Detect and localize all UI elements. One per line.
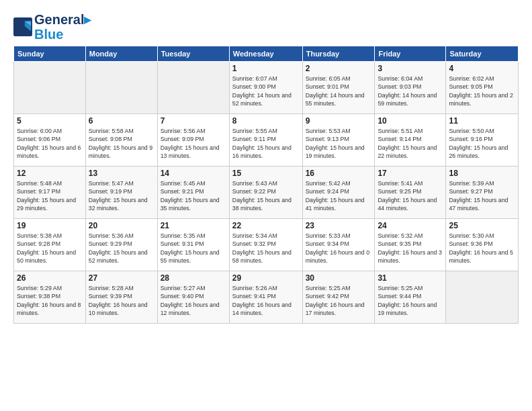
calendar-cell: 26Sunrise: 5:29 AM Sunset: 9:38 PM Dayli… [14, 271, 86, 324]
day-number: 6 [89, 116, 154, 126]
calendar-cell: 12Sunrise: 5:48 AM Sunset: 9:17 PM Dayli… [14, 167, 86, 219]
calendar-week-2: 5Sunrise: 6:00 AM Sunset: 9:06 PM Daylig… [14, 114, 519, 167]
calendar-cell: 15Sunrise: 5:43 AM Sunset: 9:22 PM Dayli… [229, 167, 302, 219]
calendar-cell: 28Sunrise: 5:27 AM Sunset: 9:40 PM Dayli… [157, 271, 229, 324]
day-number: 20 [89, 221, 154, 230]
day-number: 29 [232, 273, 300, 283]
day-number: 26 [17, 273, 83, 283]
day-detail: Sunrise: 5:29 AM Sunset: 9:38 PM Dayligh… [17, 284, 83, 317]
calendar-table: SundayMondayTuesdayWednesdayThursdayFrid… [13, 46, 519, 324]
calendar-cell: 10Sunrise: 5:51 AM Sunset: 9:14 PM Dayli… [375, 114, 446, 167]
calendar-cell: 24Sunrise: 5:32 AM Sunset: 9:35 PM Dayli… [375, 219, 446, 271]
calendar-week-1: 1Sunrise: 6:07 AM Sunset: 9:00 PM Daylig… [14, 62, 519, 114]
day-detail: Sunrise: 5:51 AM Sunset: 9:14 PM Dayligh… [378, 127, 443, 160]
calendar-cell: 19Sunrise: 5:38 AM Sunset: 9:28 PM Dayli… [14, 219, 86, 271]
day-detail: Sunrise: 5:38 AM Sunset: 9:28 PM Dayligh… [17, 232, 83, 265]
day-detail: Sunrise: 6:00 AM Sunset: 9:06 PM Dayligh… [17, 127, 83, 160]
day-detail: Sunrise: 6:07 AM Sunset: 9:00 PM Dayligh… [232, 75, 300, 107]
day-detail: Sunrise: 6:02 AM Sunset: 9:05 PM Dayligh… [449, 75, 515, 107]
calendar-cell: 6Sunrise: 5:58 AM Sunset: 9:08 PM Daylig… [85, 114, 157, 167]
calendar-cell: 9Sunrise: 5:53 AM Sunset: 9:13 PM Daylig… [302, 114, 375, 167]
calendar-cell: 18Sunrise: 5:39 AM Sunset: 9:27 PM Dayli… [446, 167, 519, 219]
calendar-cell: 1Sunrise: 6:07 AM Sunset: 9:00 PM Daylig… [229, 62, 302, 114]
day-detail: Sunrise: 5:56 AM Sunset: 9:09 PM Dayligh… [161, 127, 226, 160]
day-number: 8 [232, 116, 300, 126]
day-number: 10 [378, 116, 443, 126]
day-detail: Sunrise: 6:04 AM Sunset: 9:03 PM Dayligh… [378, 75, 443, 107]
calendar-week-3: 12Sunrise: 5:48 AM Sunset: 9:17 PM Dayli… [14, 167, 519, 219]
weekday-header-monday: Monday [85, 46, 157, 62]
logo: General▸ Blue [13, 12, 91, 42]
calendar-header-row: SundayMondayTuesdayWednesdayThursdayFrid… [14, 46, 519, 62]
day-number: 11 [449, 116, 515, 126]
calendar-cell: 21Sunrise: 5:35 AM Sunset: 9:31 PM Dayli… [157, 219, 229, 271]
day-number: 1 [232, 64, 300, 73]
day-number: 4 [449, 64, 515, 73]
weekday-header-thursday: Thursday [302, 46, 375, 62]
calendar-cell: 29Sunrise: 5:26 AM Sunset: 9:41 PM Dayli… [229, 271, 302, 324]
weekday-header-sunday: Sunday [14, 46, 86, 62]
calendar-week-4: 19Sunrise: 5:38 AM Sunset: 9:28 PM Dayli… [14, 219, 519, 271]
day-number: 22 [232, 221, 300, 230]
day-number: 2 [306, 64, 372, 73]
day-number: 27 [89, 273, 154, 283]
day-number: 30 [306, 273, 372, 283]
logo-text: General▸ Blue [34, 12, 91, 42]
weekday-header-tuesday: Tuesday [157, 46, 229, 62]
calendar-cell: 11Sunrise: 5:50 AM Sunset: 9:16 PM Dayli… [446, 114, 519, 167]
day-detail: Sunrise: 5:32 AM Sunset: 9:35 PM Dayligh… [378, 232, 443, 265]
logo-icon [13, 17, 32, 36]
day-number: 16 [306, 169, 372, 178]
day-detail: Sunrise: 5:45 AM Sunset: 9:21 PM Dayligh… [161, 179, 226, 212]
day-number: 5 [17, 116, 83, 126]
weekday-header-wednesday: Wednesday [229, 46, 302, 62]
day-detail: Sunrise: 6:05 AM Sunset: 9:01 PM Dayligh… [306, 75, 372, 107]
day-number: 3 [378, 64, 443, 73]
calendar-cell: 17Sunrise: 5:41 AM Sunset: 9:25 PM Dayli… [375, 167, 446, 219]
calendar-cell: 20Sunrise: 5:36 AM Sunset: 9:29 PM Dayli… [85, 219, 157, 271]
day-number: 13 [89, 169, 154, 178]
calendar-cell [85, 62, 157, 114]
calendar-cell: 4Sunrise: 6:02 AM Sunset: 9:05 PM Daylig… [446, 62, 519, 114]
day-number: 14 [161, 169, 226, 178]
calendar-cell: 2Sunrise: 6:05 AM Sunset: 9:01 PM Daylig… [302, 62, 375, 114]
day-detail: Sunrise: 5:58 AM Sunset: 9:08 PM Dayligh… [89, 127, 154, 160]
day-detail: Sunrise: 5:25 AM Sunset: 9:42 PM Dayligh… [306, 284, 372, 317]
calendar-week-5: 26Sunrise: 5:29 AM Sunset: 9:38 PM Dayli… [14, 271, 519, 324]
day-number: 23 [306, 221, 372, 230]
header: General▸ Blue [13, 12, 519, 42]
calendar-cell [157, 62, 229, 114]
calendar-cell: 13Sunrise: 5:47 AM Sunset: 9:19 PM Dayli… [85, 167, 157, 219]
day-detail: Sunrise: 5:34 AM Sunset: 9:32 PM Dayligh… [232, 232, 300, 265]
day-number: 28 [161, 273, 226, 283]
calendar-cell: 7Sunrise: 5:56 AM Sunset: 9:09 PM Daylig… [157, 114, 229, 167]
calendar-cell: 25Sunrise: 5:30 AM Sunset: 9:36 PM Dayli… [446, 219, 519, 271]
day-number: 15 [232, 169, 300, 178]
calendar-cell: 14Sunrise: 5:45 AM Sunset: 9:21 PM Dayli… [157, 167, 229, 219]
weekday-header-friday: Friday [375, 46, 446, 62]
day-number: 17 [378, 169, 443, 178]
day-detail: Sunrise: 5:55 AM Sunset: 9:11 PM Dayligh… [232, 127, 300, 160]
day-number: 7 [161, 116, 226, 126]
day-detail: Sunrise: 5:25 AM Sunset: 9:44 PM Dayligh… [378, 284, 443, 317]
day-number: 25 [449, 221, 515, 230]
day-number: 21 [161, 221, 226, 230]
calendar-cell: 27Sunrise: 5:28 AM Sunset: 9:39 PM Dayli… [85, 271, 157, 324]
day-detail: Sunrise: 5:42 AM Sunset: 9:24 PM Dayligh… [306, 179, 372, 212]
calendar-cell: 16Sunrise: 5:42 AM Sunset: 9:24 PM Dayli… [302, 167, 375, 219]
day-detail: Sunrise: 5:50 AM Sunset: 9:16 PM Dayligh… [449, 127, 515, 160]
calendar-cell: 30Sunrise: 5:25 AM Sunset: 9:42 PM Dayli… [302, 271, 375, 324]
day-detail: Sunrise: 5:47 AM Sunset: 9:19 PM Dayligh… [89, 179, 154, 212]
day-detail: Sunrise: 5:30 AM Sunset: 9:36 PM Dayligh… [449, 232, 515, 265]
day-number: 19 [17, 221, 83, 230]
day-detail: Sunrise: 5:27 AM Sunset: 9:40 PM Dayligh… [161, 284, 226, 317]
calendar-cell: 8Sunrise: 5:55 AM Sunset: 9:11 PM Daylig… [229, 114, 302, 167]
day-number: 12 [17, 169, 83, 178]
calendar-cell: 23Sunrise: 5:33 AM Sunset: 9:34 PM Dayli… [302, 219, 375, 271]
calendar-page: General▸ Blue SundayMondayTuesdayWednesd… [0, 0, 532, 330]
weekday-header-saturday: Saturday [446, 46, 519, 62]
calendar-cell: 3Sunrise: 6:04 AM Sunset: 9:03 PM Daylig… [375, 62, 446, 114]
day-detail: Sunrise: 5:28 AM Sunset: 9:39 PM Dayligh… [89, 284, 154, 317]
day-detail: Sunrise: 5:35 AM Sunset: 9:31 PM Dayligh… [161, 232, 226, 265]
day-detail: Sunrise: 5:39 AM Sunset: 9:27 PM Dayligh… [449, 179, 515, 212]
